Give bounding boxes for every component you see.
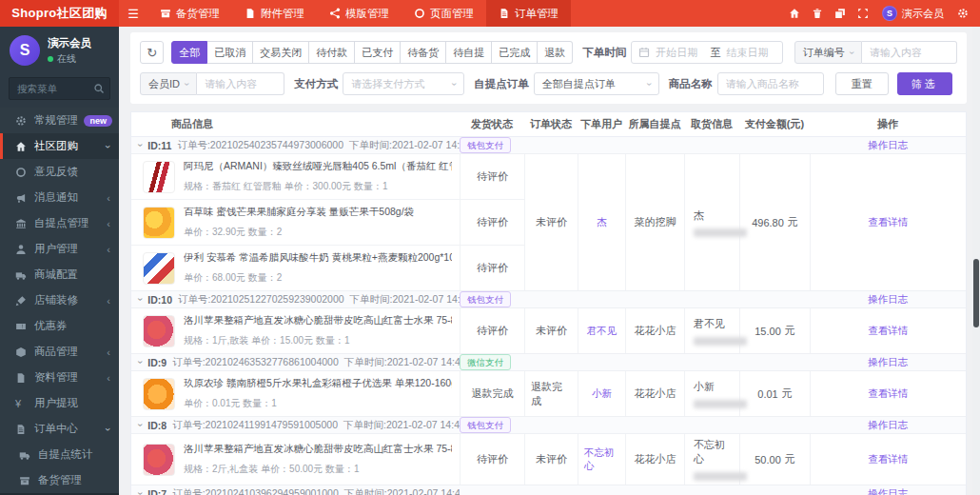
order-no-input[interactable] xyxy=(862,41,957,64)
blurred-phone xyxy=(694,400,747,408)
bank-icon xyxy=(15,218,27,229)
buyer-link[interactable]: 小新 xyxy=(592,387,612,401)
operation-log-link[interactable]: 操作日志 xyxy=(868,356,908,367)
brand-logo[interactable]: Shopro社区团购 xyxy=(0,0,119,27)
scrollbar-thumb[interactable] xyxy=(973,259,979,327)
sidebar-item-withdraw[interactable]: ¥用户提现 xyxy=(0,390,119,416)
view-detail-link[interactable]: 查看详情 xyxy=(869,325,909,338)
order-id: ID:9 xyxy=(147,357,167,368)
date-range-picker[interactable]: 开始日期 至 结束日期 xyxy=(631,41,782,64)
order-group-row[interactable]: › ID:10 订单号:202102512270259239002000 下单时… xyxy=(131,291,966,308)
member-id-input[interactable] xyxy=(197,72,284,95)
pay-method-select[interactable]: 请选择支付方式› xyxy=(343,72,464,95)
fullscreen-icon[interactable] xyxy=(852,8,874,19)
clone-icon[interactable] xyxy=(829,8,852,19)
product-image[interactable] xyxy=(143,161,175,193)
sidebar-item-mall-config[interactable]: 商城配置 xyxy=(0,262,119,287)
order-group-row[interactable]: › ID:7 订单号:202102410396294959001000 下单时间… xyxy=(131,485,966,495)
sidebar-item-goods-manage[interactable]: 商品管理‹ xyxy=(0,339,119,365)
sidebar-item-data-manage[interactable]: 资料管理‹ xyxy=(0,365,119,390)
sidebar-item-user-manage[interactable]: 用户管理‹ xyxy=(0,236,119,262)
status-tab-to-stock[interactable]: 待备货 xyxy=(401,41,446,64)
status-tab-refund[interactable]: 退款 xyxy=(538,41,573,64)
buyer-link[interactable]: 不忘初心 xyxy=(584,446,619,473)
product-name-input[interactable] xyxy=(717,72,824,95)
status-tab-paid[interactable]: 已支付 xyxy=(355,41,401,64)
nav-tab-stock[interactable]: 备货管理 xyxy=(147,0,232,27)
refresh-button[interactable]: ↻ xyxy=(140,41,164,64)
nav-tab-order[interactable]: 订单管理 xyxy=(486,0,571,27)
buyer-link[interactable]: 君不见 xyxy=(587,325,617,338)
sidebar-item-feedback[interactable]: 意见反馈 xyxy=(0,159,119,185)
sidebar-item-pickup-manage[interactable]: 自提点管理‹ xyxy=(0,210,119,236)
view-detail-link[interactable]: 查看详情 xyxy=(869,387,909,401)
collapse-icon[interactable]: › xyxy=(135,298,146,301)
pay-amount: 0.01元 xyxy=(739,371,810,416)
sidebar-item-general[interactable]: 常规管理new xyxy=(0,108,119,133)
reset-button[interactable]: 重置 xyxy=(835,72,889,95)
status-tab-cancelled[interactable]: 已取消 xyxy=(207,41,253,64)
sidebar-toggle-icon[interactable]: ☰ xyxy=(119,0,147,27)
order-status: 退款完成 xyxy=(524,371,578,416)
collapse-icon[interactable]: › xyxy=(135,361,146,364)
member-id-select[interactable]: 会员ID› xyxy=(140,72,197,95)
sidebar-item-notice[interactable]: 消息通知‹ xyxy=(0,185,119,210)
sidebar-item-community[interactable]: 社区团购› xyxy=(0,133,119,159)
sidebar-item-pickup-stats[interactable]: 自提点统计 xyxy=(0,442,119,467)
status-tab-unpaid[interactable]: 待付款 xyxy=(309,41,355,64)
operation-log-link[interactable]: 操作日志 xyxy=(868,419,908,430)
trash-icon[interactable] xyxy=(806,8,829,19)
ship-status: 退款完成 xyxy=(460,371,524,416)
online-dot-icon xyxy=(48,56,53,62)
product-image[interactable] xyxy=(143,315,175,347)
pickup-point: 花花小店 xyxy=(625,434,684,485)
order-no-select[interactable]: 订单编号› xyxy=(794,41,862,64)
order-status: 未评价 xyxy=(524,308,578,353)
product-image[interactable] xyxy=(143,378,175,410)
nav-tab-page[interactable]: 页面管理 xyxy=(402,0,486,27)
status-tab-closed[interactable]: 交易关闭 xyxy=(253,41,309,64)
view-detail-link[interactable]: 查看详情 xyxy=(869,216,909,229)
status-tab-to-pickup[interactable]: 待自提 xyxy=(446,41,492,64)
pickup-point: 菜的挖脚 xyxy=(625,154,684,290)
sidebar-item-coupon[interactable]: 优惠券 xyxy=(0,313,119,339)
buyer-link[interactable]: 杰 xyxy=(597,216,607,229)
order-group-row[interactable]: › ID:8 订单号:202102411991479591005000 下单时间… xyxy=(131,417,966,434)
nav-tab-attachment[interactable]: 附件管理 xyxy=(232,0,317,27)
avatar[interactable]: S xyxy=(10,35,40,66)
product-title: 百草味 蜜饯芒果果脯家庭分享装 量贩芒果干508g/袋 xyxy=(184,206,414,219)
filter-panel: ↻ 全部 已取消 交易关闭 待付款 已支付 待备货 待自提 已完成 退款 下单时… xyxy=(130,32,967,104)
order-group-row[interactable]: › ID:11 订单号:202102540235744973006000 下单时… xyxy=(131,137,966,154)
order-id: ID:10 xyxy=(147,294,172,306)
product-image[interactable] xyxy=(143,444,175,476)
status-tab-all[interactable]: 全部 xyxy=(171,41,207,64)
operation-log-link[interactable]: 操作日志 xyxy=(868,293,908,305)
blurred-phone xyxy=(694,228,747,237)
vertical-scrollbar[interactable] xyxy=(972,27,980,495)
collapse-icon[interactable]: › xyxy=(135,144,146,147)
gear-icon[interactable] xyxy=(951,8,974,19)
product-meta: 单价：68.00元 数量：2 xyxy=(184,271,452,285)
operation-log-link[interactable]: 操作日志 xyxy=(868,487,908,495)
pickup-order-select[interactable]: 全部自提点订单› xyxy=(534,72,659,95)
sidebar-item-order-center[interactable]: 订单中心› xyxy=(0,416,119,442)
product-image[interactable] xyxy=(143,207,175,239)
status-tab-finished[interactable]: 已完成 xyxy=(492,41,538,64)
pickup-info: 君不见 xyxy=(684,308,739,353)
operation-log-link[interactable]: 操作日志 xyxy=(868,139,908,150)
pickup-name: 杰 xyxy=(694,208,704,223)
product-image[interactable] xyxy=(143,252,175,285)
filter-button[interactable]: 筛选 xyxy=(897,72,952,95)
home-icon[interactable] xyxy=(783,8,806,19)
chevron-down-icon: › xyxy=(103,427,114,431)
navbar-user-menu[interactable]: S 演示会员 xyxy=(874,6,951,21)
collapse-icon[interactable]: › xyxy=(135,424,146,426)
nav-tab-template[interactable]: 模版管理 xyxy=(317,0,402,27)
order-no-group: 订单编号› xyxy=(794,41,957,64)
order-time: 下单时间:2021-02-07 14:41:03 xyxy=(344,487,460,495)
sidebar-item-stock-manage[interactable]: 备货管理 xyxy=(0,467,119,493)
order-group-row[interactable]: › ID:9 订单号:202102463532776861004000 下单时间… xyxy=(131,354,966,371)
view-detail-link[interactable]: 查看详情 xyxy=(869,453,909,466)
member-id-group: 会员ID› xyxy=(140,72,284,95)
sidebar-item-shop-decorate[interactable]: 店铺装修‹ xyxy=(0,287,119,313)
